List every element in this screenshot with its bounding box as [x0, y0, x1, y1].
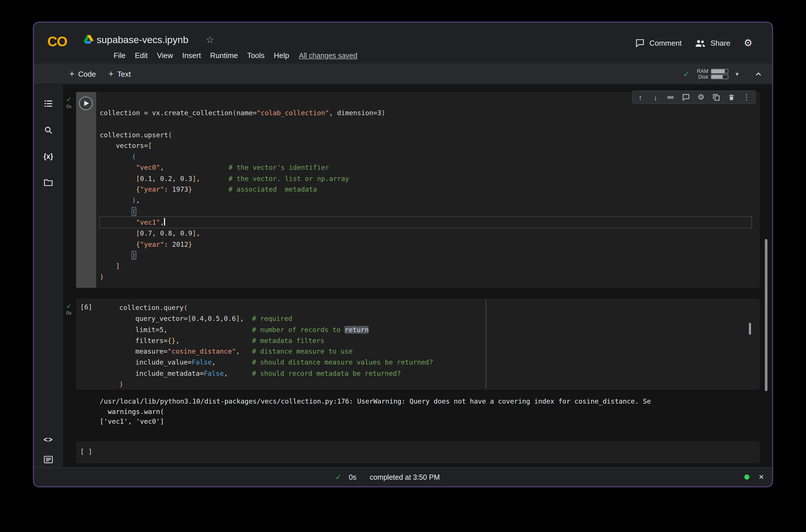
resources-dropdown-icon[interactable]: ▾ [736, 70, 739, 78]
app-header: CO supabase-vecs.ipynb ☆ File Edit View … [34, 23, 772, 64]
code-line[interactable]: collection.upsert( [100, 129, 751, 140]
colab-window: CO supabase-vecs.ipynb ☆ File Edit View … [33, 21, 773, 487]
status-check-icon: ✓ [335, 473, 342, 482]
code-line[interactable]: vectors=[ [100, 140, 751, 151]
code-line[interactable]: collection = vx.create_collection(name="… [100, 108, 751, 118]
code-line[interactable]: ) [100, 250, 751, 261]
connection-status-dot [744, 475, 749, 480]
cell-success-check-icon: ✓ [63, 303, 76, 310]
code-line[interactable]: ( [100, 206, 751, 217]
cell-scrollbar-thumb[interactable] [749, 323, 751, 335]
cell2-code-editor[interactable]: collection.query( query_vector=[0.4,0.5,… [119, 302, 741, 390]
move-cell-down-icon[interactable]: ↓ [648, 91, 663, 103]
comment-button[interactable]: Comment [636, 38, 682, 47]
code-cell-2: [6] collection.query( query_vector=[0.4,… [76, 299, 760, 390]
output-line: warnings.warn( [100, 406, 758, 417]
menu-insert[interactable]: Insert [177, 52, 205, 60]
menu-help[interactable]: Help [269, 52, 294, 60]
cell1-status: ✓ 0s [63, 96, 76, 110]
disk-usage-bar [711, 74, 728, 79]
add-code-label: Code [78, 70, 96, 78]
code-line[interactable]: limit=5, # number of records to return [119, 324, 741, 335]
copy-link-to-cell-icon[interactable] [663, 91, 678, 103]
delete-cell-icon[interactable] [724, 91, 739, 103]
menu-file[interactable]: File [109, 52, 130, 60]
cell-toolbar: ↑ ↓ ⚙ ⋮ [632, 91, 755, 104]
notebook-scroll-area: ✓ 0s collection = vx.create_collection(n… [63, 85, 772, 467]
save-status[interactable]: All changes saved [299, 52, 357, 60]
add-text-button[interactable]: + Text [109, 64, 131, 84]
toolbar-right: ✓ RAM Disk ▾ [683, 64, 763, 84]
settings-gear-icon[interactable]: ⚙ [744, 37, 753, 49]
cell2-status: ✓ 0s [63, 303, 76, 316]
add-comment-icon[interactable] [678, 91, 693, 103]
add-code-button[interactable]: + Code [70, 64, 96, 84]
cell-settings-gear-icon[interactable]: ⚙ [693, 91, 709, 103]
plus-icon: + [109, 69, 114, 79]
code-line[interactable]: ] [100, 261, 751, 272]
code-line[interactable]: "vec0", # the vector's identifier [100, 162, 751, 173]
more-cell-actions-icon[interactable]: ⋮ [739, 91, 754, 103]
code-line[interactable]: collection.query( [119, 302, 741, 313]
comment-label: Comment [650, 39, 682, 47]
cell-run-strip [76, 92, 96, 288]
comment-bubble-icon [636, 38, 645, 47]
code-line[interactable]: ), [100, 195, 751, 206]
output-line: ['vec1', 'vec0'] [100, 417, 758, 426]
status-exec-time: 0s [349, 473, 356, 481]
menu-tools[interactable]: Tools [243, 52, 269, 60]
cell-exec-time: 0s [63, 103, 76, 110]
share-button[interactable]: Share [695, 38, 730, 47]
code-line[interactable]: {"year": 2012} [100, 239, 751, 250]
text-cursor [164, 218, 165, 226]
table-of-contents-icon[interactable] [34, 99, 63, 108]
code-line[interactable]: include_value=False, # should distance m… [119, 357, 741, 368]
code-line[interactable]: measure="cosine_distance", # distance me… [119, 346, 741, 357]
header-actions: Comment Share ⚙ [636, 37, 753, 49]
menu-runtime[interactable]: Runtime [205, 52, 243, 60]
code-line[interactable] [100, 118, 751, 129]
notebook-title[interactable]: supabase-vecs.ipynb [97, 35, 188, 46]
notebook-scrollbar-thumb[interactable] [765, 239, 768, 391]
star-icon[interactable]: ☆ [206, 34, 215, 46]
disk-label: Disk [697, 74, 708, 80]
code-line[interactable]: query_vector=[0.4,0.5,0.6], # required [119, 313, 741, 324]
menu-view[interactable]: View [152, 52, 177, 60]
code-line[interactable]: [0.1, 0.2, 0.3], # the vector. list or n… [100, 173, 751, 184]
code-line[interactable]: ( [100, 151, 751, 162]
run-cell-button[interactable] [79, 96, 93, 110]
variables-icon[interactable]: {x} [34, 152, 63, 160]
command-palette-icon[interactable] [34, 455, 63, 463]
resource-monitor[interactable]: RAM Disk [697, 69, 728, 80]
menu-edit[interactable]: Edit [130, 52, 152, 60]
code-line[interactable]: ) [100, 272, 751, 283]
execution-count: [6] [80, 303, 92, 311]
cell1-code-editor[interactable]: collection = vx.create_collection(name="… [100, 108, 751, 283]
cell-success-check-icon: ✓ [63, 96, 76, 103]
add-text-label: Text [117, 70, 131, 78]
status-right-group: × [744, 468, 764, 486]
code-line[interactable]: {"year": 1973} # associated metadata [100, 184, 751, 195]
search-icon[interactable] [34, 126, 63, 135]
collapse-header-icon[interactable] [754, 70, 763, 78]
move-cell-up-icon[interactable]: ↑ [633, 91, 648, 103]
code-line[interactable]: "vec1", [100, 217, 751, 228]
colab-logo[interactable]: CO [47, 34, 67, 50]
code-line[interactable]: [0.7, 0.8, 0.9], [100, 228, 751, 239]
cell-exec-time: 0s [63, 310, 76, 316]
code-cell-3[interactable]: [ ] [76, 441, 760, 463]
code-snippets-icon[interactable]: <> [34, 436, 63, 444]
close-status-icon[interactable]: × [759, 472, 764, 482]
status-message-group: ✓ 0s completed at 3:50 PM [335, 468, 440, 486]
cell2-output: /usr/local/lib/python3.10/dist-packages/… [100, 396, 758, 426]
runtime-connected-check-icon: ✓ [683, 70, 690, 79]
output-line: /usr/local/lib/python3.10/dist-packages/… [100, 396, 758, 406]
ram-label: RAM [697, 69, 708, 74]
execution-count: [ ] [80, 448, 92, 456]
code-line[interactable]: include_metadata=False, # should record … [119, 368, 741, 379]
mirror-cell-icon[interactable] [709, 91, 724, 103]
people-icon [695, 38, 706, 47]
files-icon[interactable] [34, 178, 63, 187]
code-line[interactable]: filters={}, # metadata filters [119, 335, 741, 346]
code-line[interactable]: ) [119, 379, 741, 390]
